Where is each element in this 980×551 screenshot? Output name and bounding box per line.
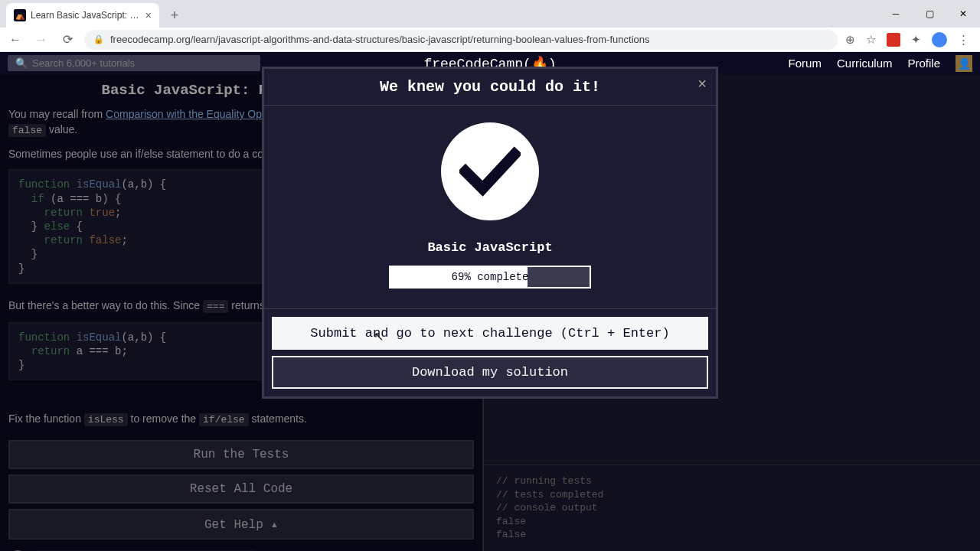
close-window-button[interactable]: ✕ bbox=[946, 0, 980, 28]
favicon: ⛺ bbox=[14, 9, 26, 21]
search-input[interactable] bbox=[32, 57, 253, 69]
nav-forum[interactable]: Forum bbox=[789, 57, 822, 70]
extensions-icon[interactable]: ✦ bbox=[911, 33, 921, 47]
search-icon: 🔍 bbox=[15, 57, 28, 69]
progress-text: 69% complete bbox=[390, 267, 590, 287]
url-field[interactable]: 🔒 freecodecamp.org/learn/javascript-algo… bbox=[84, 30, 838, 50]
lock-icon: 🔒 bbox=[93, 34, 104, 44]
back-icon[interactable]: ← bbox=[6, 33, 24, 47]
maximize-button[interactable]: ▢ bbox=[913, 0, 946, 28]
close-icon[interactable]: × bbox=[697, 75, 707, 93]
profile-avatar[interactable] bbox=[932, 32, 947, 47]
submit-button[interactable]: Submit and go to next challenge (Ctrl + … bbox=[272, 317, 708, 350]
minimize-button[interactable]: ─ bbox=[879, 0, 913, 28]
extension-icon[interactable] bbox=[887, 33, 900, 47]
address-bar: ← → ⟳ 🔒 freecodecamp.org/learn/javascrip… bbox=[0, 28, 980, 52]
new-tab-button[interactable]: + bbox=[164, 5, 185, 26]
modal-header: We knew you could do it! × bbox=[264, 69, 716, 106]
url-text: freecodecamp.org/learn/javascript-algori… bbox=[110, 34, 649, 45]
browser-tab[interactable]: ⛺ Learn Basic JavaScript: Returning × bbox=[6, 3, 159, 28]
menu-icon[interactable]: ⋮ bbox=[958, 33, 969, 47]
tab-title: Learn Basic JavaScript: Returning bbox=[31, 10, 141, 21]
forward-icon[interactable]: → bbox=[32, 33, 51, 47]
course-name: Basic JavaScript bbox=[279, 240, 701, 255]
download-button[interactable]: Download my solution bbox=[272, 356, 708, 389]
nav-curriculum[interactable]: Curriculum bbox=[837, 57, 893, 70]
user-avatar[interactable]: 👤 bbox=[956, 55, 972, 72]
checkmark-icon bbox=[441, 122, 539, 220]
bookmark-icon[interactable]: ☆ bbox=[866, 33, 876, 47]
window-controls: ─ ▢ ✕ bbox=[879, 0, 980, 28]
completion-modal: We knew you could do it! × Basic JavaScr… bbox=[262, 67, 718, 399]
tab-bar: ⛺ Learn Basic JavaScript: Returning × + … bbox=[0, 0, 980, 28]
modal-backdrop[interactable]: We knew you could do it! × Basic JavaScr… bbox=[0, 74, 980, 551]
modal-title: We knew you could do it! bbox=[276, 78, 704, 96]
progress-bar: 69% complete bbox=[389, 266, 591, 289]
zoom-icon[interactable]: ⊕ bbox=[845, 33, 855, 47]
nav-profile[interactable]: Profile bbox=[907, 57, 940, 70]
search-box[interactable]: 🔍 bbox=[8, 55, 260, 71]
reload-icon[interactable]: ⟳ bbox=[58, 32, 77, 47]
browser-chrome: ⛺ Learn Basic JavaScript: Returning × + … bbox=[0, 0, 980, 52]
close-icon[interactable]: × bbox=[145, 9, 152, 21]
